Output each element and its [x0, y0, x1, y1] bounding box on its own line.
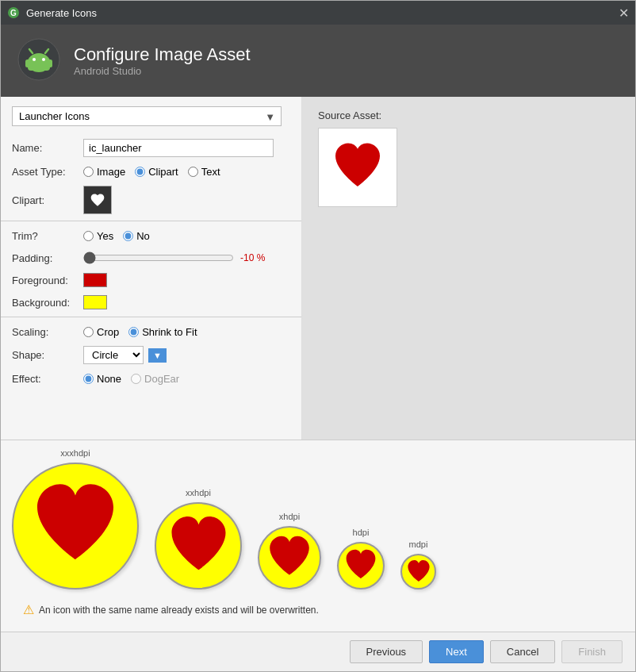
background-color-swatch[interactable] [83, 295, 107, 309]
effect-dogear-option[interactable]: DogEar [131, 373, 179, 385]
preview-mdpi: mdpi [400, 540, 436, 589]
asset-type-group: Image Clipart Text [83, 166, 220, 178]
foreground-row: Foreground: [1, 269, 301, 291]
svg-rect-4 [28, 58, 50, 71]
name-input[interactable] [83, 139, 274, 157]
asset-type-text-radio[interactable] [188, 167, 198, 177]
padding-row: Padding: -10 % [1, 247, 301, 269]
padding-value: -10 % [240, 252, 265, 263]
effect-none-radio[interactable] [83, 374, 94, 384]
warning-text: An icon with the same name already exist… [39, 605, 319, 616]
xxhdpi-label: xxhdpi [186, 488, 211, 497]
source-asset-box [318, 128, 397, 207]
trim-row: Trim? Yes No [1, 225, 301, 247]
trim-label: Trim? [12, 230, 83, 242]
padding-label: Padding: [12, 252, 83, 264]
hdpi-heart [343, 547, 379, 584]
source-heart-svg [326, 136, 389, 199]
page-title: Configure Image Asset [74, 44, 251, 65]
source-asset-section: Source Asset: [318, 109, 619, 207]
shape-select[interactable]: Circle Square None [83, 346, 144, 364]
main-window: G Generate Icons ✕ Configure Image Asset… [0, 0, 636, 672]
scaling-shrink-label: Shrink to Fit [142, 326, 197, 338]
header-section: Configure Image Asset Android Studio [1, 25, 635, 97]
page-subtitle: Android Studio [74, 65, 251, 77]
xxxhdpi-heart [28, 478, 123, 574]
preview-section: xxxhdpi xxhdpi xhdpi [1, 440, 635, 632]
asset-type-image-option[interactable]: Image [83, 166, 125, 178]
clipart-label: Clipart: [12, 194, 83, 206]
padding-slider-container: -10 % [83, 252, 265, 264]
effect-row: Effect: None DogEar [1, 367, 301, 390]
trim-yes-option[interactable]: Yes [83, 230, 113, 242]
effect-dogear-radio[interactable] [131, 374, 141, 384]
clipart-row: Clipart: [1, 182, 301, 217]
clipart-button[interactable] [83, 186, 112, 214]
scaling-row: Scaling: Crop Shrink to Fit [1, 321, 301, 343]
name-row: Name: [1, 136, 301, 160]
scaling-crop-option[interactable]: Crop [83, 326, 119, 338]
cancel-button[interactable]: Cancel [490, 640, 555, 663]
icon-type-dropdown-wrapper: Launcher Icons Action Bar and Tab Icons … [12, 106, 282, 126]
xxhdpi-icon-box [155, 502, 242, 589]
hdpi-label: hdpi [353, 528, 370, 537]
mdpi-heart [405, 559, 432, 586]
finish-button[interactable]: Finish [561, 640, 623, 663]
scaling-crop-radio[interactable] [83, 327, 94, 337]
background-label: Background: [12, 297, 83, 309]
effect-dogear-label: DogEar [144, 373, 179, 385]
shape-controls: Circle Square None ▼ [83, 346, 167, 364]
preview-xhdpi: xhdpi [258, 512, 321, 589]
scaling-label: Scaling: [12, 326, 83, 338]
preview-xxxhdpi: xxxhdpi [12, 448, 139, 589]
xhdpi-label: xhdpi [279, 512, 300, 521]
svg-text:G: G [10, 9, 17, 17]
mdpi-label: mdpi [409, 540, 428, 549]
effect-none-option[interactable]: None [83, 373, 121, 385]
xhdpi-icon-box [258, 526, 321, 589]
xxxhdpi-label: xxxhdpi [60, 448, 90, 458]
asset-type-text-label: Text [201, 166, 220, 178]
asset-type-image-label: Image [97, 166, 125, 178]
close-button[interactable]: ✕ [619, 6, 629, 21]
effect-label: Effect: [12, 373, 83, 385]
trim-yes-radio[interactable] [83, 231, 94, 241]
previous-button[interactable]: Previous [350, 640, 423, 663]
asset-type-label: Asset Type: [12, 166, 83, 178]
heart-clipart-icon [90, 192, 105, 208]
icon-type-row: Launcher Icons Action Bar and Tab Icons … [1, 97, 301, 136]
left-panel: Launcher Icons Action Bar and Tab Icons … [1, 97, 302, 440]
foreground-color-swatch[interactable] [83, 273, 107, 287]
warning-row: ⚠ An icon with the same name already exi… [12, 596, 624, 624]
padding-slider[interactable] [83, 252, 234, 264]
trim-no-radio[interactable] [123, 231, 133, 241]
preview-xxhdpi: xxhdpi [155, 488, 242, 589]
app-icon: G [7, 6, 20, 19]
trim-no-label: No [136, 230, 150, 242]
asset-type-clipart-option[interactable]: Clipart [135, 166, 178, 178]
background-row: Background: [1, 291, 301, 313]
scaling-shrink-option[interactable]: Shrink to Fit [128, 326, 197, 338]
xxxhdpi-icon-box [12, 463, 139, 589]
trim-yes-label: Yes [97, 230, 113, 242]
scaling-group: Crop Shrink to Fit [83, 326, 197, 338]
asset-type-clipart-label: Clipart [148, 166, 178, 178]
svg-rect-9 [25, 60, 29, 67]
asset-type-image-radio[interactable] [83, 167, 94, 177]
title-bar: G Generate Icons ✕ [1, 1, 635, 25]
name-label: Name: [12, 142, 83, 154]
effect-group: None DogEar [83, 373, 179, 385]
warning-icon: ⚠ [23, 602, 34, 617]
trim-no-option[interactable]: No [123, 230, 150, 242]
trim-group: Yes No [83, 230, 150, 242]
shape-dropdown-button[interactable]: ▼ [148, 348, 167, 363]
asset-type-clipart-radio[interactable] [135, 167, 145, 177]
shape-label: Shape: [12, 349, 83, 361]
icon-type-select[interactable]: Launcher Icons Action Bar and Tab Icons … [12, 106, 282, 126]
next-button[interactable]: Next [429, 640, 484, 663]
xxhdpi-heart [165, 513, 232, 580]
android-logo [17, 37, 61, 84]
effect-none-label: None [97, 373, 121, 385]
asset-type-text-option[interactable]: Text [188, 166, 220, 178]
scaling-shrink-radio[interactable] [128, 327, 139, 337]
